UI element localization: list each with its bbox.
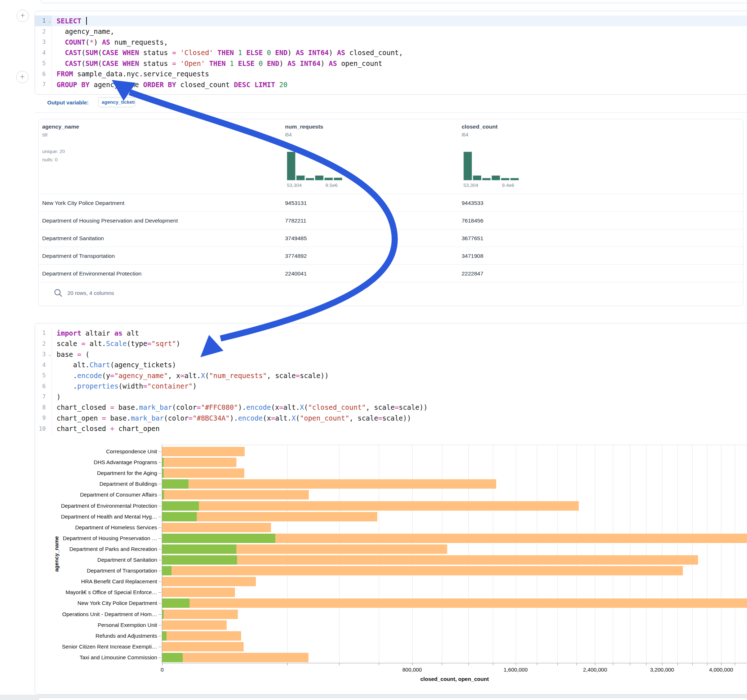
- y-axis-tick: [159, 517, 161, 517]
- code-line[interactable]: 3 COUNT(*) AS num_requests,: [35, 37, 747, 48]
- add-cell-button-middle[interactable]: +: [16, 71, 29, 83]
- x-axis-tick: [576, 663, 577, 665]
- code-line[interactable]: 4 alt.Chart(agency_tickets): [35, 360, 747, 371]
- y-axis-tick: [159, 538, 161, 539]
- y-axis-label: Mayorâ€ s Office of Special Enforce…: [0, 588, 157, 597]
- column-header[interactable]: agency_name: [42, 124, 79, 130]
- table-cell: 2222847: [461, 265, 483, 282]
- bar-open_count: [162, 490, 164, 499]
- code-text: CAST(SUM(CASE WHEN status = 'Open' THEN …: [51, 58, 747, 69]
- bar-closed_count: [162, 501, 579, 511]
- bar-closed_count: [162, 609, 238, 619]
- bar-closed_count: [162, 620, 227, 630]
- histogram-min-label: 53,304: [287, 183, 302, 188]
- y-axis-tick: [159, 592, 161, 593]
- x-axis-tick: [707, 663, 708, 665]
- python-code-editor[interactable]: 1import altair as alt2scale = alt.Scale(…: [35, 328, 747, 434]
- table-row: Department of Transportation377489234719…: [39, 247, 743, 265]
- x-axis-tick-label: 4,000,000: [709, 667, 733, 673]
- sql-code-editor[interactable]: 1⌄SELECT 2 agency_name,3 COUNT(*) AS num…: [35, 15, 747, 90]
- bar-closed_count: [162, 588, 235, 597]
- line-number: 9: [35, 413, 51, 424]
- x-axis-tick: [287, 663, 287, 665]
- column-type: i64: [285, 132, 292, 137]
- output-variable-chip[interactable]: agency_tickets: [98, 97, 135, 107]
- code-line[interactable]: 6FROM sample_data.nyc.service_requests: [35, 69, 747, 80]
- code-line[interactable]: 10chart_closed + chart_open: [35, 424, 747, 434]
- code-text: import altair as alt: [51, 328, 747, 338]
- bar-closed_count: [162, 631, 241, 641]
- column-stat: nulls: 0: [42, 157, 57, 162]
- y-axis-label: HRA Benefit Card Replacement: [0, 577, 157, 586]
- add-cell-button-top[interactable]: +: [17, 10, 29, 22]
- code-text: alt.Chart(agency_tickets): [51, 360, 747, 371]
- table-cell: New York City Police Department: [42, 194, 124, 212]
- y-axis-tick: [159, 614, 161, 615]
- next-cell-border: [38, 697, 747, 700]
- y-axis-title: agency_name: [51, 445, 62, 663]
- fold-chevron-icon[interactable]: ⌄: [48, 352, 51, 357]
- code-line[interactable]: 9chart_open = base.mark_bar(color="#8BC3…: [35, 413, 747, 424]
- bar-closed_count: [162, 523, 271, 532]
- code-line[interactable]: 4 CAST(SUM(CASE WHEN status = 'Closed' T…: [35, 48, 747, 58]
- row-count-label: 20 rows, 4 columns: [67, 290, 114, 296]
- bar-open_count: [162, 599, 189, 608]
- table-cell: 3749485: [285, 229, 307, 247]
- results-table: agency_namestrunique: 20nulls: 0num_requ…: [38, 119, 743, 306]
- search-icon[interactable]: [54, 288, 63, 298]
- code-line[interactable]: 2scale = alt.Scale(type="sqrt"): [35, 338, 747, 349]
- code-line[interactable]: 3⌄base = (: [35, 349, 747, 360]
- y-axis-label: Taxi and Limousine Commission: [0, 653, 157, 662]
- column-header[interactable]: num_requests: [285, 124, 323, 130]
- code-text: chart_closed = base.mark_bar(color="#FFC…: [51, 402, 747, 413]
- bar-open_count: [162, 468, 163, 478]
- bar-open_count: [162, 512, 197, 521]
- table-cell: 2240041: [285, 265, 307, 282]
- line-number: 10: [35, 424, 51, 434]
- x-axis-tick: [662, 663, 662, 665]
- table-footer: 20 rows, 4 columns: [39, 282, 743, 305]
- code-line[interactable]: 7GROUP BY agency_name ORDER BY closed_co…: [35, 79, 747, 90]
- x-axis-tick-label: 1,600,000: [504, 667, 528, 673]
- table-cell: Department of Housing Preservation and D…: [42, 212, 178, 229]
- table-row: Department of Housing Preservation and D…: [39, 211, 743, 229]
- x-axis-tick: [735, 663, 735, 665]
- y-axis-tick: [159, 549, 161, 549]
- code-line[interactable]: 8chart_closed = base.mark_bar(color="#FF…: [35, 402, 747, 413]
- code-line[interactable]: 1import altair as alt: [35, 328, 747, 338]
- y-axis-label: New York City Police Department: [0, 599, 157, 608]
- y-axis-tick: [159, 560, 161, 560]
- table-cell: Department of Environmental Protection: [42, 265, 142, 282]
- histogram-max-label: 9.4e6: [502, 183, 514, 188]
- line-number: 5: [35, 58, 51, 69]
- bar-closed_count: [162, 490, 309, 499]
- column-header[interactable]: closed_count: [461, 124, 497, 130]
- bar-open_count: [162, 631, 166, 641]
- y-axis-tick: [159, 625, 161, 626]
- line-number: 4: [35, 48, 51, 58]
- x-axis-tick: [442, 663, 442, 665]
- output-variable-label: Output variable:: [47, 100, 89, 106]
- code-line[interactable]: 2 agency_name,: [35, 26, 747, 37]
- bar-closed_count: [162, 555, 698, 564]
- code-line[interactable]: 5 CAST(SUM(CASE WHEN status = 'Open' THE…: [35, 58, 747, 69]
- code-line[interactable]: 7): [35, 391, 747, 402]
- y-axis-tick: [159, 495, 161, 495]
- bars-container: [162, 445, 747, 663]
- code-line[interactable]: 5 .encode(y="agency_name", x=alt.X("num_…: [35, 370, 747, 381]
- bar-closed_count: [162, 642, 243, 652]
- code-text: scale = alt.Scale(type="sqrt"): [51, 338, 747, 349]
- code-line[interactable]: 6 .properties(width="container"): [35, 381, 747, 392]
- fold-chevron-icon[interactable]: ⌄: [48, 19, 51, 23]
- code-text: .encode(y="agency_name", x=alt.X("num_re…: [51, 370, 747, 381]
- code-text: ): [51, 391, 747, 402]
- x-axis-tick: [537, 663, 537, 665]
- bar-closed_count: [162, 479, 496, 489]
- histogram-max-label: 9.5e6: [325, 183, 338, 188]
- y-axis-tick: [159, 528, 161, 528]
- x-axis-tick-label: 0: [161, 667, 163, 673]
- bar-closed_count: [162, 468, 244, 478]
- code-text: GROUP BY agency_name ORDER BY closed_cou…: [51, 79, 747, 90]
- y-axis-label: Department of Health and Mental Hyg…: [0, 512, 157, 521]
- code-line[interactable]: 1⌄SELECT: [35, 15, 747, 26]
